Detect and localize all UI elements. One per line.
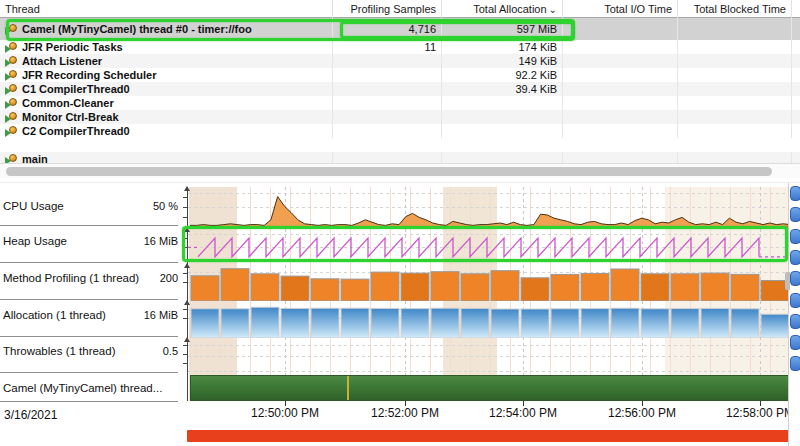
column-header-profiling-samples[interactable]: Profiling Samples (333, 0, 442, 18)
legend-pill-button[interactable] (790, 250, 800, 265)
horizontal-gridline (188, 345, 790, 346)
method-profiling-chart[interactable] (190, 264, 790, 301)
legend-pill-button[interactable] (790, 335, 800, 350)
lane-label-throwables[interactable]: Throwables (1 thread) (3, 345, 116, 357)
thread-dot-icon (9, 126, 17, 134)
total-allocation-cell: 597 MiB (442, 18, 563, 40)
legend-pill-button[interactable] (790, 186, 800, 201)
thread-name-label: C1 CompilerThread0 (22, 83, 130, 95)
legend-pill-button[interactable] (790, 229, 800, 244)
column-header-spacer (792, 0, 800, 18)
legend-pill-button[interactable] (790, 314, 800, 329)
thread-row[interactable]: C2 CompilerThread0 (0, 124, 800, 138)
row-spacer (792, 54, 800, 68)
legend-pill-button[interactable] (790, 207, 800, 222)
thread-name-label: C2 CompilerThread0 (22, 125, 130, 137)
thread-name-cell: Camel (MyTinyCamel) thread #0 - timer://… (0, 18, 333, 40)
thread-icon (5, 98, 19, 109)
legend-pill-button[interactable] (790, 271, 800, 286)
cpu-usage-chart[interactable] (190, 187, 790, 228)
lane-label-camel-thread[interactable]: Camel (MyTinyCamel) thread... (3, 382, 162, 394)
total-allocation-cell (442, 96, 563, 110)
legend-pill-button[interactable] (790, 293, 800, 308)
thread-table-rows: Camel (MyTinyCamel) thread #0 - timer://… (0, 18, 800, 163)
profiling-samples-cell (333, 152, 442, 163)
thread-name-label: main (22, 153, 48, 163)
thread-icon (5, 112, 19, 123)
total-blocked-time-cell (678, 124, 792, 138)
lane-label-heap[interactable]: Heap Usage (3, 235, 67, 247)
thread-dot-icon (9, 112, 17, 120)
lane-label-method[interactable]: Method Profiling (1 thread) (3, 272, 139, 284)
horizontal-gridline (188, 356, 790, 357)
time-axis-label: 12:56:00 PM (608, 406, 676, 420)
axis-tick (183, 318, 188, 319)
thread-name-label: JFR Periodic Tasks (22, 41, 123, 53)
lane-divider (0, 299, 178, 300)
profiling-samples-cell: 11 (333, 40, 442, 54)
thread-icon (5, 42, 19, 53)
lane-divider (0, 401, 178, 402)
allocation-chart[interactable] (190, 301, 790, 338)
total-allocation-cell (442, 124, 563, 138)
legend-pill-button[interactable] (790, 356, 800, 371)
total-blocked-time-cell (678, 152, 792, 163)
total-io-time-cell (563, 82, 678, 96)
profiling-samples-cell (333, 54, 442, 68)
axis-arrow-icon (184, 300, 190, 305)
column-header-total-allocation[interactable]: Total Allocation⌄ (442, 0, 563, 18)
column-header-total-io-time[interactable]: Total I/O Time (563, 0, 678, 18)
thread-dot-icon (9, 70, 17, 78)
total-io-time-cell (563, 54, 678, 68)
profiling-samples-cell: 4,716 (333, 18, 442, 40)
horizontal-scrollbar-thumb[interactable] (6, 167, 772, 176)
lane-axis-value: 0.5 (163, 345, 178, 357)
thread-dot-icon (9, 56, 17, 64)
column-header-total-blocked-time[interactable]: Total Blocked Time (678, 0, 792, 18)
lane-label-allocation[interactable]: Allocation (1 thread) (3, 309, 106, 321)
camel-thread-span[interactable] (190, 375, 790, 401)
axis-tick (183, 309, 188, 310)
time-axis-label: 12:52:00 PM (371, 406, 439, 420)
thread-icon (5, 56, 19, 67)
thread-icon (5, 24, 19, 35)
thread-row[interactable]: C1 CompilerThread039.4 KiB (0, 82, 800, 96)
thread-row[interactable]: Monitor Ctrl-Break (0, 110, 800, 124)
axis-arrow-icon (184, 263, 190, 268)
profiling-samples-cell (333, 82, 442, 96)
column-header-thread[interactable]: Thread (0, 0, 333, 18)
total-blocked-time-cell (678, 110, 792, 124)
total-allocation-cell (442, 152, 563, 163)
thread-name-cell: Common-Cleaner (0, 96, 333, 110)
lane-axis-value: 200 (160, 272, 178, 284)
thread-row[interactable]: JFR Periodic Tasks11174 KiB (0, 40, 800, 54)
camel-event-marker (347, 376, 349, 400)
axis-tick (183, 207, 188, 208)
thread-row[interactable]: Camel (MyTinyCamel) thread #0 - timer://… (0, 18, 800, 40)
total-allocation-cell: 92.2 KiB (442, 68, 563, 82)
thread-name-label: Attach Listener (22, 55, 102, 67)
thread-dot-icon (9, 84, 17, 92)
lane-divider (0, 225, 178, 226)
total-io-time-cell (563, 124, 678, 138)
thread-name-label: Monitor Ctrl-Break (22, 111, 119, 123)
thread-row[interactable]: Attach Listener149 KiB (0, 54, 800, 68)
lane-label-cpu[interactable]: CPU Usage (3, 200, 64, 212)
total-allocation-cell: 149 KiB (442, 54, 563, 68)
total-io-time-cell (563, 152, 678, 163)
lane-divider (0, 372, 178, 373)
profiling-samples-cell (333, 68, 442, 82)
thread-row[interactable]: Common-Cleaner (0, 96, 800, 110)
axis-tick (183, 282, 188, 283)
thread-dot-icon (9, 42, 17, 50)
thread-dot-icon (9, 98, 17, 106)
total-blocked-time-cell (678, 40, 792, 54)
thread-row[interactable]: JFR Recording Scheduler92.2 KiB (0, 68, 800, 82)
profiling-samples-cell (333, 124, 442, 138)
time-range-scrollbar[interactable] (187, 430, 790, 442)
heap-usage-chart[interactable] (188, 228, 790, 264)
horizontal-scrollbar-track[interactable] (0, 163, 800, 178)
thread-row[interactable]: main (0, 152, 800, 163)
total-io-time-cell (563, 96, 678, 110)
lane-axis-value: 16 MiB (144, 235, 178, 247)
